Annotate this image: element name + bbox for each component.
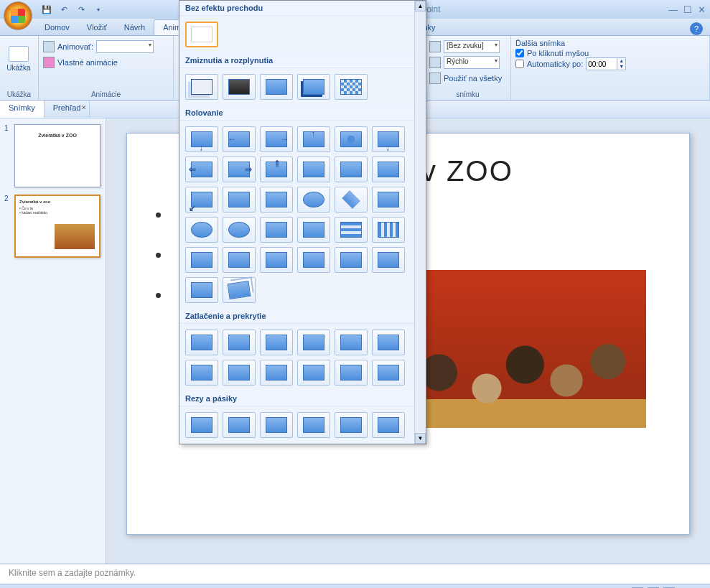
transition-split-v-out[interactable]: ↙	[185, 187, 218, 213]
auto-after-value[interactable]	[586, 57, 617, 70]
transition-speed-combo[interactable]: Rýchlo	[444, 56, 500, 69]
scroll-up-icon[interactable]: ▲	[415, 1, 426, 11]
transition-uncover-down[interactable]: ↓	[372, 126, 405, 152]
transition-cover-ru[interactable]	[372, 360, 405, 386]
transition-bars-v[interactable]	[372, 412, 405, 438]
transition-push-up[interactable]	[297, 330, 330, 355]
transition-box-out[interactable]	[297, 157, 330, 182]
transition-cover-ld[interactable]	[260, 360, 293, 386]
transition-uncover-left[interactable]: ⇐	[185, 157, 218, 182]
transition-sound-combo[interactable]: [Bez zvuku]	[444, 40, 500, 53]
office-button[interactable]	[4, 1, 32, 30]
transition-fade-black[interactable]	[223, 74, 256, 100]
tab-slides-label: Snímky	[9, 103, 35, 112]
transition-bars-h[interactable]	[335, 412, 368, 438]
tab-outline[interactable]: Prehľad✕	[45, 101, 90, 118]
transition-wipe-right[interactable]: →	[260, 126, 293, 152]
transition-blinds-v[interactable]	[372, 217, 405, 243]
transition-cover-lu[interactable]	[297, 360, 330, 386]
on-click-checkbox[interactable]: Po kliknutí myšou	[515, 49, 705, 57]
transition-strips-ru[interactable]	[297, 412, 330, 438]
preview-button[interactable]: Ukážka	[4, 39, 33, 78]
transition-wedge[interactable]	[335, 126, 368, 152]
transition-strips-lu[interactable]	[223, 412, 256, 438]
close-button[interactable]: ✕	[698, 4, 706, 15]
sound-icon	[429, 41, 441, 52]
transition-comb-h[interactable]	[185, 247, 218, 273]
transition-wheel-1[interactable]	[185, 217, 218, 243]
transition-cut[interactable]	[260, 74, 293, 100]
tab-navrh[interactable]: Návrh	[116, 20, 154, 35]
animate-label: Animovať:	[57, 42, 93, 51]
transition-cover-up[interactable]	[223, 360, 256, 386]
transition-wipe-up[interactable]: ↑	[297, 126, 330, 152]
transition-cover-right[interactable]	[185, 360, 218, 386]
transition-shape-diamond[interactable]	[335, 187, 368, 213]
transition-newsflash[interactable]	[335, 247, 368, 273]
apply-to-all-button[interactable]: Použiť na všetky	[429, 70, 506, 86]
transition-fade-smoothly[interactable]	[185, 74, 218, 100]
tab-slides[interactable]: Snímky	[0, 101, 45, 118]
auto-after-spinner[interactable]: ▲▼	[586, 57, 626, 70]
help-button[interactable]: ?	[690, 22, 703, 35]
transition-strips-rd[interactable]	[260, 412, 293, 438]
transition-push-down[interactable]	[185, 330, 218, 355]
thumbnail-2[interactable]: 2 Zvieratká v zoo • Čo v ia • kačací mač…	[4, 195, 101, 258]
transition-strips-ld[interactable]	[185, 412, 218, 438]
transition-checker-down[interactable]	[297, 247, 330, 273]
transition-random[interactable]	[223, 277, 256, 303]
transition-shape-plus[interactable]	[372, 187, 405, 213]
transition-cover-left[interactable]	[372, 330, 405, 355]
transition-uncover-up[interactable]: ⇑	[260, 157, 293, 182]
transition-box-in[interactable]	[335, 157, 368, 182]
transition-random-bars-h[interactable]	[372, 247, 405, 273]
close-icon[interactable]: ✕	[81, 104, 87, 111]
transition-uncover-right[interactable]: ⇒	[223, 157, 256, 182]
notes-pane[interactable]: Kliknite sem a zadajte poznámky.	[0, 564, 710, 584]
transition-dissolve[interactable]	[335, 74, 368, 100]
apply-all-icon	[429, 73, 441, 84]
minimize-button[interactable]: —	[668, 4, 678, 15]
preview-icon	[9, 46, 29, 62]
transition-random-bars-v[interactable]	[185, 277, 218, 303]
transition-none[interactable]	[185, 22, 218, 47]
transition-blinds-h[interactable]	[335, 217, 368, 243]
animate-combo[interactable]	[96, 40, 154, 53]
auto-after-checkbox[interactable]: Automaticky po: ▲▼	[515, 57, 705, 70]
gallery-scrollbar[interactable]: ▲ ▼	[414, 1, 426, 444]
transition-wheel-4[interactable]	[297, 217, 330, 243]
transition-comb-v[interactable]	[223, 247, 256, 273]
undo-icon[interactable]: ↶	[57, 2, 71, 17]
tab-outline-label: Prehľad	[53, 103, 81, 112]
advance-title: Ďalšia snímka	[515, 39, 705, 47]
maximize-button[interactable]: ☐	[683, 4, 692, 15]
transition-cut-black[interactable]	[297, 74, 330, 100]
tab-domov[interactable]: Domov	[36, 20, 78, 35]
transition-cover-down[interactable]	[335, 330, 368, 355]
save-icon[interactable]: 💾	[39, 2, 54, 17]
tab-vlozit[interactable]: Vložiť	[78, 20, 116, 35]
transition-wheel-3[interactable]	[260, 217, 293, 243]
transition-push-right[interactable]	[260, 330, 293, 355]
custom-animation-button[interactable]: Vlastné animácie	[43, 55, 169, 70]
transition-split-h-out[interactable]	[260, 187, 293, 213]
thumb-1-title: Zvieratká v ZOO	[19, 133, 96, 138]
redo-icon[interactable]: ↷	[74, 2, 88, 17]
thumbnail-1[interactable]: 1 Zvieratká v ZOO	[4, 124, 101, 187]
scroll-down-icon[interactable]: ▼	[415, 433, 426, 444]
transition-cover-rd[interactable]	[335, 360, 368, 386]
transition-gallery: ▲ ▼ Bez efektu prechodu Zmiznutia a rozp…	[179, 0, 426, 444]
speed-icon	[429, 57, 441, 68]
transition-checker-across[interactable]	[260, 247, 293, 273]
transition-wheel-2[interactable]	[223, 217, 256, 243]
transition-split-h-in[interactable]	[223, 187, 256, 213]
transition-wipe-left[interactable]: ←	[223, 126, 256, 152]
gallery-cat-wipe: Rolovanie	[179, 106, 426, 121]
qat-more-icon[interactable]: ▾	[91, 2, 106, 17]
transition-push-left[interactable]	[223, 330, 256, 355]
transition-shape-circle[interactable]	[297, 187, 330, 213]
transition-split-v-in[interactable]	[372, 157, 405, 182]
transition-wipe-down[interactable]: ↓	[185, 126, 218, 152]
slide-title: v ZOO	[421, 155, 660, 187]
preview-label: Ukážka	[6, 64, 30, 72]
